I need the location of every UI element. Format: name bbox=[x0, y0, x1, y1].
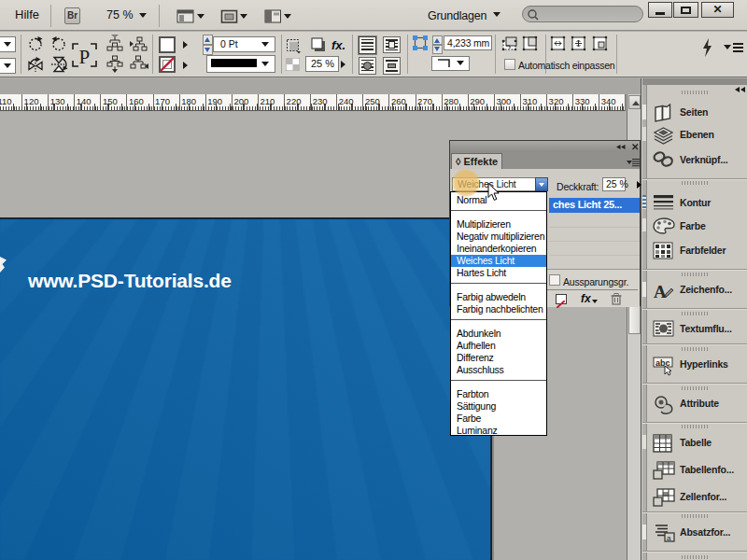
svg-text:a: a bbox=[667, 534, 671, 542]
svg-text:abc: abc bbox=[655, 358, 670, 368]
svg-text:A: A bbox=[654, 282, 667, 301]
svg-text:P: P bbox=[79, 46, 91, 68]
